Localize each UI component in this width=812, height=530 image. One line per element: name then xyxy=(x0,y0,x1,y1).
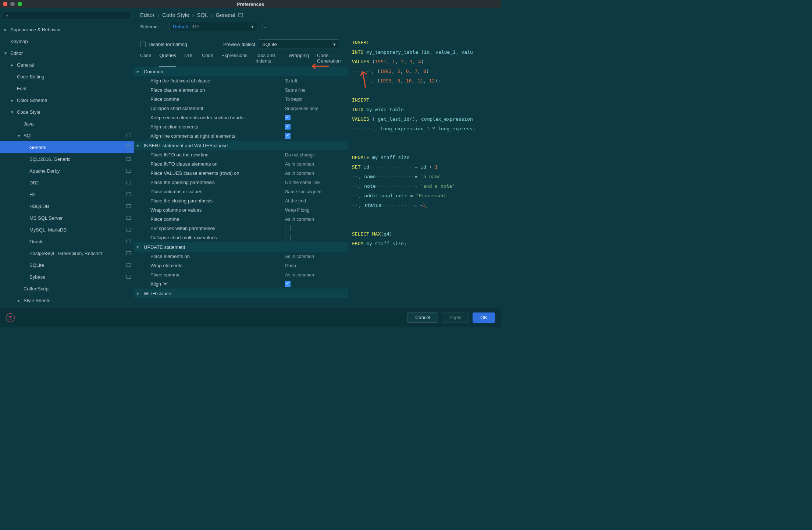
checkbox-icon[interactable] xyxy=(285,226,291,231)
scope-badge-icon xyxy=(127,134,131,137)
sidebar-item[interactable]: Font xyxy=(0,82,134,94)
preview-dialect-select[interactable]: SQLite ▾ xyxy=(259,39,339,49)
sidebar-item[interactable]: MySQL, MariaDB xyxy=(0,224,134,236)
sidebar-item[interactable]: SQL xyxy=(0,130,134,141)
option-row[interactable]: Place the closing parenthesisAt the end xyxy=(134,196,348,205)
chevron-right-icon: › xyxy=(211,12,213,18)
sidebar-item[interactable]: PostgreSQL, Greenplum, Redshift xyxy=(0,247,134,259)
option-label: Place comma xyxy=(150,96,285,102)
group-header[interactable]: Common xyxy=(134,67,348,76)
sidebar-item[interactable]: CoffeeScript xyxy=(0,283,134,294)
option-row[interactable]: Collapse short multi-row values xyxy=(134,233,348,242)
tab[interactable]: Code Generation xyxy=(317,53,342,67)
sidebar-item[interactable]: MS SQL Server xyxy=(0,212,134,224)
option-row[interactable]: Collapse short statementSubqueries only xyxy=(134,104,348,113)
sidebar-item[interactable]: Apache Derby xyxy=(0,165,134,177)
sidebar-tree: Appearance & BehaviorKeymapEditorGeneral… xyxy=(0,22,134,308)
option-row[interactable]: Place columns or valuesSame line aligned xyxy=(134,187,348,196)
option-label: Place the opening parenthesis xyxy=(150,180,285,185)
breadcrumb-item[interactable]: General xyxy=(216,12,235,18)
sidebar-item[interactable]: H2 xyxy=(0,188,134,200)
option-row[interactable]: Wrap columns or valuesWrap if long xyxy=(134,205,348,215)
option-row[interactable]: Put spaces within parentheses xyxy=(134,224,348,233)
option-row[interactable]: Align section elements xyxy=(134,122,348,131)
scheme-select[interactable]: Default IDE ▾ xyxy=(170,22,257,31)
tab[interactable]: DDL xyxy=(184,53,194,67)
sidebar-item[interactable]: Style Sheets xyxy=(0,294,134,306)
option-row[interactable]: Wrap elementsChop xyxy=(134,261,348,270)
search-input[interactable] xyxy=(3,11,131,20)
cancel-button[interactable]: Cancel xyxy=(407,312,438,323)
checkbox-icon[interactable] xyxy=(285,124,291,130)
sidebar-item[interactable]: DB2 xyxy=(0,177,134,188)
help-icon[interactable]: ? xyxy=(6,313,15,322)
option-label: Place VALUES clause elements (rows) on xyxy=(150,170,285,176)
tab[interactable]: Expressions xyxy=(221,53,247,67)
checkbox-icon[interactable] xyxy=(285,235,291,240)
scope-badge-icon xyxy=(127,240,131,243)
option-row[interactable]: Align line comments at right of elements xyxy=(134,131,348,141)
option-value: As in common xyxy=(285,254,314,259)
checkbox-icon[interactable] xyxy=(285,281,291,287)
option-row[interactable]: Keep section elements under section head… xyxy=(134,113,348,122)
sidebar-item[interactable]: Editor xyxy=(0,47,134,59)
sidebar-item[interactable]: Sybase xyxy=(0,271,134,283)
sidebar-item[interactable]: Java xyxy=(0,118,134,130)
group-title: Common xyxy=(144,69,163,74)
group-header[interactable]: WITH clause xyxy=(134,289,348,298)
group-header[interactable]: INSERT statement and VALUES clause xyxy=(134,141,348,150)
sidebar-item[interactable]: HSQLDB xyxy=(0,200,134,212)
tab[interactable]: Queries xyxy=(159,53,176,67)
option-row[interactable]: Align the first word of clauseTo left xyxy=(134,76,348,85)
tab[interactable]: Case xyxy=(140,53,151,67)
tab[interactable]: Wrapping xyxy=(289,53,309,67)
checkbox-icon[interactable] xyxy=(140,42,146,47)
sidebar-item[interactable]: SQLite xyxy=(0,259,134,271)
tab[interactable]: Tabs and Indents xyxy=(256,53,281,67)
sidebar-item[interactable]: Oracle xyxy=(0,236,134,247)
sidebar-item[interactable]: General xyxy=(0,59,134,71)
option-row[interactable]: Place elements onAs in common xyxy=(134,252,348,261)
option-row[interactable]: Place the opening parenthesisOn the same… xyxy=(134,178,348,187)
sidebar-item-label: CoffeeScript xyxy=(24,286,131,292)
breadcrumb: Editor›Code Style›SQL›General xyxy=(134,8,501,18)
breadcrumb-item[interactable]: SQL xyxy=(197,12,208,18)
option-row[interactable]: Place commaAs in common xyxy=(134,215,348,224)
tab[interactable]: Code xyxy=(202,53,213,67)
sidebar-item[interactable]: Keymap xyxy=(0,35,134,47)
chevron-down-icon xyxy=(136,69,142,74)
scope-badge-icon xyxy=(127,157,131,161)
option-label: Wrap columns or values xyxy=(150,207,285,213)
group-header[interactable]: UPDATE statement xyxy=(134,242,348,252)
option-row[interactable]: Place clause elements onSame line xyxy=(134,85,348,95)
footer: ? Cancel Apply OK xyxy=(0,308,501,327)
gear-icon[interactable]: ⁝₊ xyxy=(262,24,266,29)
breadcrumb-item[interactable]: Code Style xyxy=(162,12,189,18)
sidebar-item[interactable]: General xyxy=(0,141,134,153)
option-row[interactable]: Align `=` xyxy=(134,279,348,289)
option-label: Keep section elements under section head… xyxy=(150,115,285,120)
option-row[interactable]: Place commaTo begin xyxy=(134,95,348,104)
sidebar-item[interactable]: Code Style xyxy=(0,106,134,118)
sidebar-item-label: Apache Derby xyxy=(29,168,125,174)
sidebar-item[interactable]: Color Scheme xyxy=(0,94,134,106)
ok-button[interactable]: OK xyxy=(473,312,495,323)
sidebar-item[interactable]: Appearance & Behavior xyxy=(0,24,134,35)
option-value: As in common xyxy=(285,217,314,222)
chevron-down-icon xyxy=(11,109,16,115)
option-label: Place INTO clause elements on xyxy=(150,161,285,167)
option-row[interactable]: Place commaAs in common xyxy=(134,270,348,279)
checkbox-icon[interactable] xyxy=(285,115,291,120)
sidebar-item-label: Java xyxy=(24,121,131,127)
sidebar-item[interactable]: SQL:2016, Generic xyxy=(0,153,134,165)
scope-badge-icon xyxy=(127,228,131,232)
option-row[interactable]: Place INTO clause elements onAs in commo… xyxy=(134,159,348,169)
option-row[interactable]: Place VALUES clause elements (rows) onAs… xyxy=(134,169,348,178)
option-label: Align `=` xyxy=(150,281,285,287)
disable-formatting[interactable]: Disable formatting xyxy=(140,42,187,47)
checkbox-icon[interactable] xyxy=(285,133,291,139)
apply-button[interactable]: Apply xyxy=(442,312,469,323)
option-row[interactable]: Place INTO on the new lineDo not change xyxy=(134,150,348,159)
sidebar-item[interactable]: Code Editing xyxy=(0,71,134,82)
breadcrumb-item[interactable]: Editor xyxy=(140,12,154,18)
